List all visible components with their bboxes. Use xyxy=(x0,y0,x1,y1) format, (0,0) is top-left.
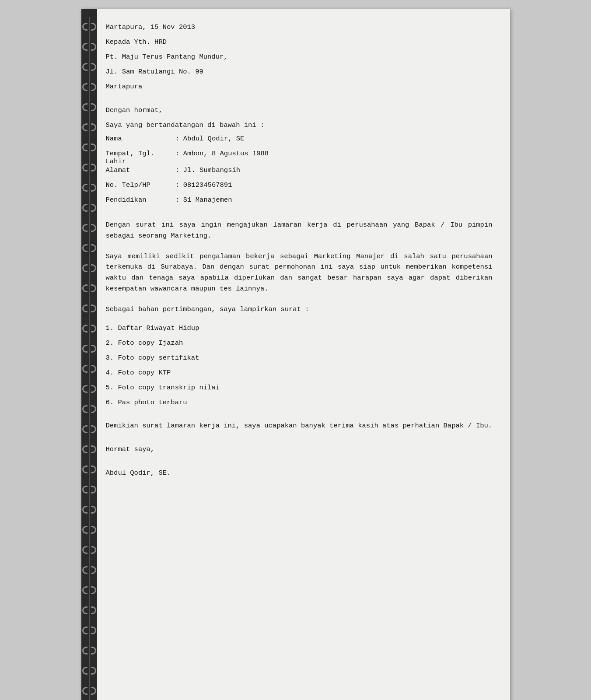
field-lahir: Tempat, Tgl. Lahir : Ambon, 8 Agustus 19… xyxy=(106,150,493,165)
attachment-item-6: 6. Pas photo terbaru xyxy=(106,397,493,411)
spiral-line xyxy=(89,500,90,520)
field-label-telp: No. Telp/HP xyxy=(106,181,176,189)
spiral-row xyxy=(81,178,97,198)
field-colon-lahir: : xyxy=(176,150,180,158)
spiral-c-left xyxy=(82,365,87,373)
spiral-c-right xyxy=(91,23,96,31)
closing-salutation-text: Hormat saya, xyxy=(106,444,155,455)
spiral-c-right xyxy=(91,123,96,131)
spiral-c-left xyxy=(82,647,87,654)
spiral-c-left xyxy=(82,626,87,634)
spiral-row xyxy=(81,580,97,600)
spiral-line xyxy=(89,37,90,57)
spiral-c-right xyxy=(91,506,96,514)
spiral-c-left xyxy=(82,345,87,353)
spiral-c-right xyxy=(91,526,96,534)
spiral-line xyxy=(89,560,90,580)
paragraph1-block: Dengan surat ini saya ingin mengajukan l… xyxy=(106,220,493,242)
closing-salutation-line: Hormat saya, xyxy=(106,444,493,458)
attachment-item-3-text: 3. Foto copy sertifikat xyxy=(106,352,199,364)
spiral-line xyxy=(89,439,90,459)
attachment-item-4-text: 4. Foto copy KTP xyxy=(106,367,171,378)
attachment-item-3: 3. Foto copy sertifikat xyxy=(106,352,493,366)
field-colon-pendidikan: : xyxy=(176,196,180,204)
attachments-intro-text: Sebagai bahan pertimbangan, saya lampirk… xyxy=(106,304,309,315)
field-value-lahir: Ambon, 8 Agustus 1988 xyxy=(183,150,269,158)
closing-name-line: Abdul Qodir, SE. xyxy=(106,468,493,482)
field-label-pendidikan: Pendidikan xyxy=(106,196,176,204)
spiral-c-right xyxy=(91,687,96,695)
field-value-pendidikan: S1 Manajemen xyxy=(183,196,232,204)
attachment-item-4: 4. Foto copy KTP xyxy=(106,367,493,381)
spiral-line xyxy=(89,620,90,640)
spiral-c-left xyxy=(82,606,87,614)
date-line: Martapura, 15 Nov 2013 xyxy=(106,22,493,36)
gap-6 xyxy=(106,412,493,420)
gap-8 xyxy=(106,459,493,468)
spiral-c-left xyxy=(82,83,87,91)
spiral-c-left xyxy=(82,103,87,111)
gap-1 xyxy=(106,96,493,105)
spiral-c-right xyxy=(91,345,96,353)
gap-7 xyxy=(106,435,493,444)
spiral-c-left xyxy=(82,385,87,393)
spiral-c-left xyxy=(82,566,87,574)
spiral-c-left xyxy=(82,164,87,172)
spiral-row xyxy=(81,459,97,480)
spiral-row xyxy=(81,238,97,258)
recipient-company-text: Pt. Maju Terus Pantang Mundur, xyxy=(106,52,228,62)
recipient-address-line: Jl. Sam Ratulangi No. 99 xyxy=(106,66,493,80)
attachments-intro-line: Sebagai bahan pertimbangan, saya lampirk… xyxy=(106,304,493,318)
spiral-row xyxy=(81,218,97,238)
attachment-item-2-text: 2. Foto copy Ijazah xyxy=(106,337,183,349)
spiral-row xyxy=(81,399,97,419)
field-label-alamat: Alamat xyxy=(106,166,176,174)
document: Martapura, 15 Nov 2013 Kepada Yth. HRD P… xyxy=(81,9,510,700)
spiral-row xyxy=(81,137,97,158)
field-colon-telp: : xyxy=(176,181,180,189)
spiral-c-right xyxy=(91,365,96,373)
spiral-row xyxy=(81,419,97,439)
spiral-line xyxy=(89,399,90,419)
spiral-c-right xyxy=(91,224,96,232)
content-area: Martapura, 15 Nov 2013 Kepada Yth. HRD P… xyxy=(97,9,510,700)
gap-5 xyxy=(106,319,493,322)
recipient-address-text: Jl. Sam Ratulangi No. 99 xyxy=(106,66,203,77)
spiral-line xyxy=(89,520,90,540)
spiral-row xyxy=(81,117,97,137)
field-telp: No. Telp/HP : 081234567891 xyxy=(106,181,493,195)
paragraph2-block: Saya memiliki sedikit pengalaman bekerja… xyxy=(106,251,493,294)
spiral-line xyxy=(89,198,90,218)
attachment-item-5: 5. Foto copy transkrip nilai xyxy=(106,382,493,396)
field-label-lahir: Tempat, Tgl. Lahir xyxy=(106,150,176,165)
spiral-c-right xyxy=(91,83,96,91)
spiral-c-left xyxy=(82,506,87,514)
spiral-c-right xyxy=(91,445,96,453)
spiral-line xyxy=(89,117,90,137)
spiral-line xyxy=(89,218,90,238)
spiral-row xyxy=(81,77,97,97)
spiral-row xyxy=(81,520,97,540)
recipient-title-line: Kepada Yth. HRD xyxy=(106,37,493,51)
spiral-line xyxy=(89,77,90,97)
spiral-line xyxy=(89,298,90,318)
spiral-c-right xyxy=(91,144,96,151)
spiral-c-right xyxy=(91,385,96,393)
spiral-c-left xyxy=(82,425,87,433)
spiral-line xyxy=(89,158,90,178)
spiral-row xyxy=(81,339,97,359)
spiral-c-right xyxy=(91,486,96,494)
spiral-c-left xyxy=(82,445,87,453)
spiral-row xyxy=(81,681,97,700)
spiral-line xyxy=(89,540,90,560)
spiral-c-right xyxy=(91,667,96,675)
date-text: Martapura, 15 Nov 2013 xyxy=(106,22,196,32)
field-value-nama: Abdul Qodir, SE xyxy=(183,135,245,143)
spiral-c-right xyxy=(91,586,96,594)
spiral-line xyxy=(89,580,90,600)
spiral-line xyxy=(89,480,90,500)
spiral-c-left xyxy=(82,43,87,51)
spiral-c-left xyxy=(82,23,87,31)
spiral-c-left xyxy=(82,204,87,212)
spiral-row xyxy=(81,37,97,57)
